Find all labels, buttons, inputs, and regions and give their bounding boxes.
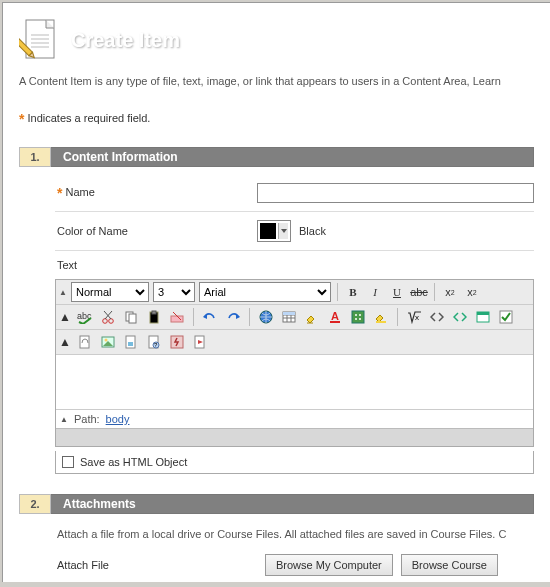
expand-toggle-icon[interactable]: ▲	[60, 415, 68, 424]
section-title: Attachments	[51, 494, 534, 514]
table-button[interactable]	[280, 308, 298, 326]
bold-button[interactable]: B	[344, 283, 362, 301]
italic-button[interactable]: I	[366, 283, 384, 301]
insert-flash-button[interactable]	[168, 333, 186, 351]
color-row: Color of Name Black	[3, 214, 550, 248]
collapse-toggle-icon[interactable]: ▲	[59, 288, 67, 297]
required-note: * Indicates a required field.	[3, 103, 550, 147]
editor-footer: ▲ Path: body	[56, 409, 533, 428]
svg-marker-38	[376, 315, 383, 322]
insert-media-button[interactable]	[122, 333, 140, 351]
svg-text:x: x	[415, 313, 419, 322]
highlight-button[interactable]	[303, 308, 321, 326]
copy-button[interactable]	[122, 308, 140, 326]
svg-point-36	[355, 318, 357, 320]
section-1-header: 1. Content Information	[19, 147, 534, 167]
attach-file-button[interactable]	[76, 333, 94, 351]
text-color-button[interactable]: A	[326, 308, 344, 326]
html-button[interactable]	[428, 308, 446, 326]
editor-toolbar-1: ▲ Normal 3 Arial B I U abc x2 x2	[56, 280, 533, 305]
editor-textarea[interactable]	[56, 355, 533, 409]
name-label: Name	[66, 186, 95, 198]
page-title: Create Item	[71, 29, 180, 52]
collapse-toggle-icon[interactable]: ▲	[59, 335, 71, 349]
svg-line-12	[105, 311, 112, 319]
editor-resize-bar[interactable]	[56, 428, 533, 446]
dropdown-icon	[278, 223, 288, 239]
fullscreen-button[interactable]	[474, 308, 492, 326]
validate-button[interactable]	[497, 308, 515, 326]
section-number: 2.	[19, 494, 51, 514]
section-2-header: 2. Attachments	[19, 494, 534, 514]
code-button[interactable]	[451, 308, 469, 326]
editor-toolbar-3: ▲ ?	[56, 330, 533, 355]
save-html-label: Save as HTML Object	[80, 456, 187, 468]
attach-file-row: Attach File Browse My Computer Browse Co…	[3, 550, 550, 582]
browse-course-button[interactable]: Browse Course	[401, 554, 498, 576]
save-html-checkbox[interactable]	[62, 456, 74, 468]
color-label: Color of Name	[57, 225, 257, 237]
highlight-color-button[interactable]	[372, 308, 390, 326]
underline-button[interactable]: U	[388, 283, 406, 301]
superscript-button[interactable]: x2	[463, 283, 481, 301]
save-html-row: Save as HTML Object	[55, 451, 534, 474]
insert-image-button[interactable]	[99, 333, 117, 351]
svg-rect-32	[330, 321, 340, 323]
required-star-icon: *	[57, 185, 62, 201]
document-pencil-icon	[19, 17, 59, 63]
svg-rect-33	[352, 311, 364, 323]
symbol-button[interactable]	[349, 308, 367, 326]
svg-rect-17	[152, 311, 156, 314]
section-number: 1.	[19, 147, 51, 167]
svg-rect-28	[283, 312, 295, 315]
attach-file-label: Attach File	[57, 559, 257, 571]
name-row: * Name	[3, 177, 550, 209]
svg-marker-8	[281, 229, 287, 233]
undo-button[interactable]	[201, 308, 219, 326]
equation-button[interactable]: x	[405, 308, 423, 326]
size-select[interactable]: 3	[153, 282, 195, 302]
strikethrough-button[interactable]: abc	[410, 283, 428, 301]
paste-button[interactable]	[145, 308, 163, 326]
svg-point-37	[359, 318, 361, 320]
svg-point-11	[109, 319, 114, 324]
svg-point-10	[103, 319, 108, 324]
rich-text-editor: ▲ Normal 3 Arial B I U abc x2 x2 ▲ abc	[55, 279, 534, 447]
svg-rect-18	[171, 316, 183, 322]
svg-rect-49	[128, 342, 133, 346]
svg-point-46	[104, 339, 107, 342]
page-header: Create Item	[3, 3, 550, 71]
color-swatch-preview	[260, 223, 276, 239]
browse-computer-button[interactable]: Browse My Computer	[265, 554, 393, 576]
svg-rect-42	[477, 312, 489, 315]
svg-point-34	[355, 314, 357, 316]
color-picker[interactable]	[257, 220, 291, 242]
subscript-button[interactable]: x2	[441, 283, 459, 301]
svg-rect-15	[129, 314, 136, 323]
svg-rect-39	[376, 321, 386, 323]
svg-marker-29	[307, 316, 314, 323]
page-description: A Content Item is any type of file, text…	[3, 71, 550, 103]
svg-text:A: A	[331, 310, 339, 322]
collapse-toggle-icon[interactable]: ▲	[59, 310, 71, 324]
text-label: Text	[57, 259, 257, 271]
path-label: Path:	[74, 413, 100, 425]
style-select[interactable]: Normal	[71, 282, 149, 302]
editor-toolbar-2: ▲ abc A x	[56, 305, 533, 330]
color-value: Black	[299, 225, 326, 237]
redo-button[interactable]	[224, 308, 242, 326]
spellcheck-button[interactable]: abc	[76, 308, 94, 326]
hyperlink-button[interactable]	[257, 308, 275, 326]
required-star-icon: *	[19, 111, 24, 127]
svg-line-13	[104, 311, 111, 319]
insert-mashup-button[interactable]: ?	[145, 333, 163, 351]
clear-format-button[interactable]	[168, 308, 186, 326]
attachments-description: Attach a file from a local drive or Cour…	[3, 524, 550, 550]
section-title: Content Information	[51, 147, 534, 167]
name-input[interactable]	[257, 183, 534, 203]
svg-point-35	[359, 314, 361, 316]
cut-button[interactable]	[99, 308, 117, 326]
insert-app-button[interactable]	[191, 333, 209, 351]
font-select[interactable]: Arial	[199, 282, 331, 302]
path-body-link[interactable]: body	[106, 413, 130, 425]
